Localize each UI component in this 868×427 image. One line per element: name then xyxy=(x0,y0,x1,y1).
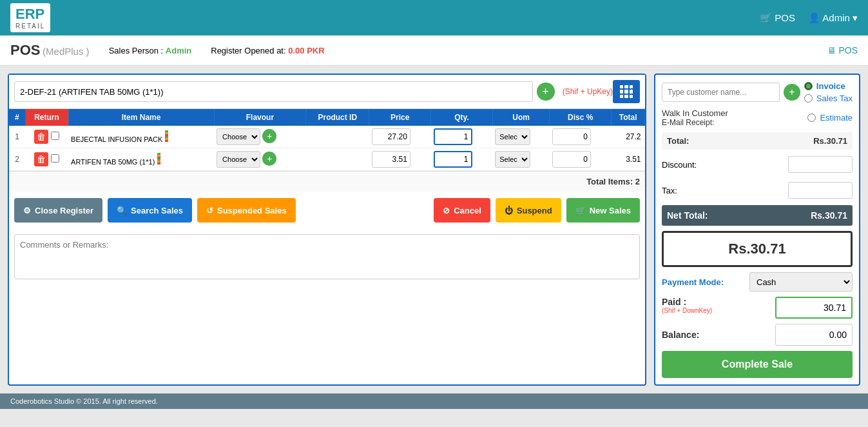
return-checkbox[interactable] xyxy=(51,154,59,163)
invoice-radio[interactable] xyxy=(804,82,813,90)
table-row: 1 🗑 BEJECTAL INFUSION PACK Choose + xyxy=(9,126,645,148)
sales-tax-radio[interactable] xyxy=(804,94,813,103)
price-input[interactable] xyxy=(372,151,410,168)
flavour-cell: Choose + xyxy=(214,126,306,148)
estimate-radio[interactable] xyxy=(807,114,816,122)
search-sales-button[interactable]: 🔍 Search Sales xyxy=(108,198,192,223)
paid-label-group: Paid : (Shif + DownKey) xyxy=(662,297,712,314)
return-checkbox[interactable] xyxy=(51,132,59,140)
shortcut-hint: (Shif + UpKey) xyxy=(563,87,613,96)
estimate-label: Estimate xyxy=(820,113,853,123)
tax-label: Tax: xyxy=(662,186,677,195)
payment-mode-row: Payment Mode: Cash Card Credit xyxy=(662,272,853,292)
add-flavour-button[interactable]: + xyxy=(262,152,276,166)
sales-person: Sales Person : Admin xyxy=(109,46,192,55)
logo-sub: RETAIL xyxy=(15,23,45,30)
col-total: Total xyxy=(612,109,645,126)
discount-label: Discount: xyxy=(662,160,697,170)
paid-input[interactable] xyxy=(775,297,853,319)
col-product-id: Product ID xyxy=(306,109,369,126)
gear-icon: ⚙ xyxy=(23,206,31,215)
search-icon: 🔍 xyxy=(117,206,127,215)
net-total-row: Net Total: Rs.30.71 xyxy=(662,205,853,226)
item-name: BEJECTAL INFUSION PACK xyxy=(71,135,162,143)
admin-menu[interactable]: 👤 Admin ▾ xyxy=(808,12,858,24)
flavour-select[interactable]: Choose xyxy=(217,128,260,145)
suspend-button[interactable]: ⏻ Suspend xyxy=(496,198,561,223)
pos-nav-link[interactable]: 🛒 POS xyxy=(760,12,795,24)
invoice-label: Invoice xyxy=(816,81,845,91)
qty-input[interactable] xyxy=(434,128,472,145)
delete-row-button[interactable]: 🗑 xyxy=(34,130,48,144)
customer-info-row: Walk In Customer E-Mail Receipt: Estimat… xyxy=(662,108,853,127)
disc-input[interactable] xyxy=(552,128,591,145)
main-content: + (Shif + UpKey) # Return Item Name Flav… xyxy=(0,66,868,393)
total-row: Total: Rs.30.71 xyxy=(662,132,853,150)
disc-input[interactable] xyxy=(552,151,591,168)
item-name-cell: ARTIFEN TAB 50MG (1*1) xyxy=(68,148,214,171)
grid-view-button[interactable] xyxy=(613,80,640,103)
total-items-label: Total Items: xyxy=(586,177,633,186)
comments-textarea[interactable] xyxy=(14,234,640,279)
price-cell xyxy=(369,148,431,171)
cancel-button[interactable]: ⊘ Cancel xyxy=(434,198,490,223)
paid-hint: (Shif + DownKey) xyxy=(662,307,712,314)
search-bar: + (Shif + UpKey) xyxy=(9,75,645,109)
net-total-label: Net Total: xyxy=(667,210,708,221)
refresh-icon: ↺ xyxy=(206,206,213,215)
invoice-radio-row: Invoice xyxy=(804,81,853,91)
cancel-icon: ⊘ xyxy=(443,206,450,215)
sub-header: POS (MedPlus ) Sales Person : Admin Regi… xyxy=(0,35,868,66)
close-register-button[interactable]: ⚙ Close Register xyxy=(14,198,102,223)
stripe-icon xyxy=(157,153,160,164)
uom-select[interactable]: Selec xyxy=(495,128,530,145)
right-panel: + Invoice Sales Tax Walk In Customer E-M… xyxy=(654,74,860,386)
discount-input[interactable] xyxy=(788,156,853,173)
power-icon: ⏻ xyxy=(505,206,513,215)
add-product-button[interactable]: + xyxy=(537,83,555,101)
customer-search-input[interactable] xyxy=(662,83,780,102)
col-uom: Uom xyxy=(492,109,550,126)
flavour-cell: Choose + xyxy=(214,148,306,171)
pos-subtitle: (MedPlus ) xyxy=(43,46,90,57)
total-label: Total: xyxy=(667,136,689,146)
uom-select[interactable]: Selec xyxy=(495,151,530,168)
col-item-name: Item Name xyxy=(68,109,214,126)
col-disc: Disc % xyxy=(550,109,612,126)
pos-title-group: POS (MedPlus ) xyxy=(10,42,90,59)
table-row: 2 🗑 ARTIFEN TAB 50MG (1*1) Choose + xyxy=(9,148,645,171)
col-qty: Qty. xyxy=(431,109,493,126)
table-header-row: # Return Item Name Flavour Product ID Pr… xyxy=(9,109,645,126)
total-value: Rs.30.71 xyxy=(813,136,847,146)
col-return: Return xyxy=(25,109,68,126)
product-search-input[interactable] xyxy=(14,81,533,102)
qty-input[interactable] xyxy=(434,151,472,168)
tax-input[interactable] xyxy=(788,182,853,199)
new-sales-button[interactable]: 🛒 New Sales xyxy=(566,198,640,223)
disc-cell xyxy=(550,126,612,148)
sales-tax-label: Sales Tax xyxy=(816,94,853,103)
complete-sale-button[interactable]: Complete Sale xyxy=(662,351,853,378)
price-input[interactable] xyxy=(372,128,410,145)
row-num: 1 xyxy=(9,126,25,148)
logo: ERP RETAIL xyxy=(10,3,50,32)
add-flavour-button[interactable]: + xyxy=(262,129,276,143)
item-name: ARTIFEN TAB 50MG (1*1) xyxy=(71,158,155,166)
payment-mode-select[interactable]: Cash Card Credit xyxy=(749,272,853,292)
suspended-sales-button[interactable]: ↺ Suspended Sales xyxy=(197,198,296,223)
balance-label: Balance: xyxy=(662,330,699,340)
add-customer-button[interactable]: + xyxy=(784,84,800,101)
estimate-radio-row: Estimate xyxy=(807,113,853,123)
footer: Coderobotics Studio © 2015. All right re… xyxy=(0,393,868,409)
grand-total-box: Rs.30.71 xyxy=(662,231,853,267)
pos-sub-link[interactable]: 🖥 POS xyxy=(827,45,858,55)
register-info: Register Opened at: 0.00 PKR xyxy=(211,46,324,55)
comments-area xyxy=(9,229,645,286)
items-table: # Return Item Name Flavour Product ID Pr… xyxy=(9,109,645,171)
email-label: E-Mail Receipt: xyxy=(662,118,728,127)
balance-input[interactable] xyxy=(775,324,853,346)
paid-label: Paid : xyxy=(662,297,712,307)
delete-row-button[interactable]: 🗑 xyxy=(34,152,48,166)
uom-cell: Selec xyxy=(492,148,550,171)
flavour-select[interactable]: Choose xyxy=(217,151,260,168)
